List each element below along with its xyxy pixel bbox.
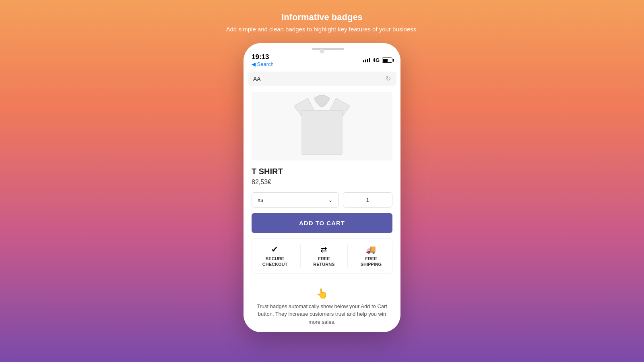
product-image xyxy=(252,92,392,160)
free-shipping-label: FREESHIPPING xyxy=(361,256,382,267)
signal-bar-3 xyxy=(367,59,368,62)
free-shipping-badge: 🚚 FREESHIPPING xyxy=(361,245,382,267)
status-left: 19:13 ◀ Search xyxy=(252,53,274,67)
battery-fill xyxy=(383,59,388,62)
phone-mockup: 19:13 ◀ Search 4G AA ↻ xyxy=(244,43,400,332)
status-time: 19:13 xyxy=(252,53,274,61)
svg-rect-2 xyxy=(302,110,342,154)
phone-camera xyxy=(320,49,324,53)
battery-icon xyxy=(382,58,392,63)
badge-divider-1 xyxy=(300,245,301,267)
product-price: 82,53€ xyxy=(252,179,392,186)
phone-speaker xyxy=(312,48,344,50)
address-aa-label: AA xyxy=(253,76,261,82)
size-select[interactable]: xs ⌄ xyxy=(252,192,339,208)
add-to-cart-button[interactable]: ADD TO CART xyxy=(252,213,392,233)
free-returns-label: FREERETURNS xyxy=(313,256,334,267)
quantity-value: 1 xyxy=(366,197,369,203)
signal-bar-2 xyxy=(365,60,366,62)
header-section: Informative badges Add simple and clean … xyxy=(226,12,418,33)
badge-divider-2 xyxy=(347,245,348,267)
bottom-section: 👆 Trust badges automatically show below … xyxy=(244,282,400,333)
signal-bar-4 xyxy=(369,58,370,62)
secure-checkout-icon: ✔ xyxy=(271,245,278,254)
bottom-text: Trust badges automatically show below yo… xyxy=(252,302,392,326)
secure-checkout-badge: ✔ SECURECHECKOUT xyxy=(262,245,287,267)
signal-bar-1 xyxy=(363,60,364,62)
tshirt-svg xyxy=(294,94,350,158)
status-right: 4G xyxy=(363,57,392,63)
address-bar[interactable]: AA ↻ xyxy=(248,72,396,86)
product-name: T SHIRT xyxy=(252,167,392,176)
free-shipping-icon: 🚚 xyxy=(366,245,376,254)
secure-checkout-label: SECURECHECKOUT xyxy=(262,256,287,267)
back-button[interactable]: ◀ Search xyxy=(252,61,274,67)
signal-bars xyxy=(363,58,370,62)
size-value: xs xyxy=(258,197,263,203)
free-returns-badge: ⇄ FREERETURNS xyxy=(313,245,334,267)
free-returns-icon: ⇄ xyxy=(320,245,327,254)
options-row: xs ⌄ 1 xyxy=(252,192,392,208)
trust-badges: ✔ SECURECHECKOUT ⇄ FREERETURNS 🚚 FREESHI… xyxy=(252,239,392,274)
network-label: 4G xyxy=(373,57,380,63)
refresh-icon[interactable]: ↻ xyxy=(386,75,391,82)
pointing-emoji: 👆 xyxy=(252,288,392,299)
phone-top-area xyxy=(244,43,400,50)
header-subtitle: Add simple and clean badges to highlight… xyxy=(226,25,418,33)
product-content: T SHIRT 82,53€ xs ⌄ 1 ADD TO CART ✔ SECU… xyxy=(244,88,400,282)
quantity-input[interactable]: 1 xyxy=(343,192,392,208)
chevron-down-icon: ⌄ xyxy=(328,197,333,203)
header-title: Informative badges xyxy=(226,12,418,23)
